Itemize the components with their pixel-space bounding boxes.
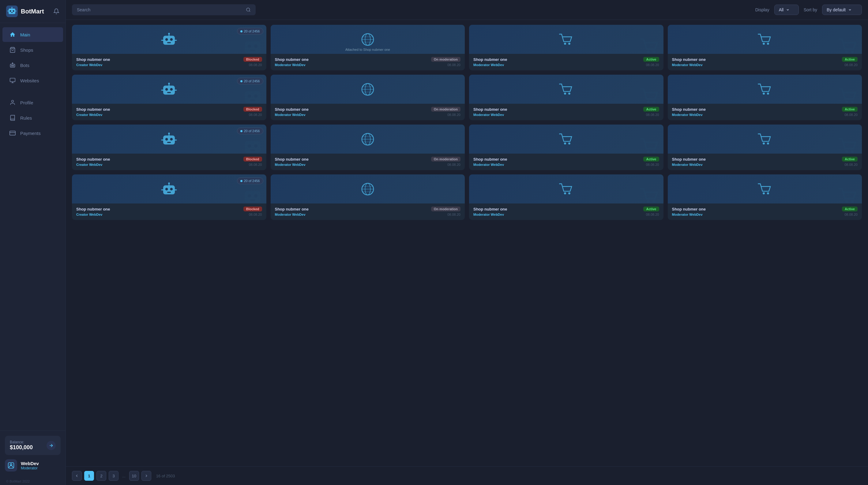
- card-info: Shop nubmer one Active Moderator WebDev …: [469, 104, 663, 120]
- svg-point-121: [763, 192, 765, 194]
- svg-point-110: [254, 194, 257, 198]
- bot-icon: [161, 181, 177, 197]
- page-btn-1[interactable]: 1: [84, 471, 94, 481]
- sidebar-item-rules[interactable]: Rules: [2, 110, 63, 125]
- sidebar-item-shops-label: Shops: [20, 47, 33, 53]
- card-date: 08.08.20: [844, 63, 858, 67]
- logo-area: BotMart: [0, 0, 65, 23]
- sort-select[interactable]: By default: [822, 5, 862, 15]
- svg-point-68: [568, 92, 570, 95]
- svg-point-12: [13, 65, 14, 66]
- card-date: 08.08.20: [249, 213, 262, 216]
- svg-point-93: [568, 142, 570, 144]
- sidebar-item-payments[interactable]: Payments: [2, 126, 63, 140]
- card-title: Shop nubmer one: [275, 157, 309, 162]
- svg-point-43: [568, 42, 570, 45]
- sidebar-item-rules-label: Rules: [20, 116, 32, 121]
- svg-point-55: [168, 83, 170, 84]
- card-title-row: Shop nubmer one Active: [473, 107, 659, 112]
- svg-point-6: [12, 7, 12, 8]
- badge-text: 20 of 2456: [244, 129, 260, 133]
- card-8[interactable]: Shop nubmer one Active Moderator WebDev …: [668, 75, 862, 120]
- card-creator: Moderator WebDev: [672, 163, 703, 166]
- card-image: Attached to Shop nubmer one: [271, 25, 465, 54]
- sidebar-item-profile[interactable]: Profile: [2, 95, 63, 110]
- search-input[interactable]: [77, 7, 243, 12]
- display-select[interactable]: All: [774, 5, 799, 15]
- svg-point-118: [568, 192, 570, 194]
- card-info: Shop nubmer one Active Moderator WebDev …: [469, 54, 663, 70]
- card-date: 08.08.20: [844, 113, 858, 117]
- svg-point-51: [165, 88, 168, 91]
- rules-icon: [9, 115, 16, 121]
- pagination-next[interactable]: [142, 471, 151, 481]
- card-11[interactable]: Shop nubmer one Active Moderator WebDev …: [469, 125, 663, 170]
- card-1[interactable]: 20 of 2456 Shop nubmer one Blocked Creat…: [72, 25, 267, 70]
- card-creator: Moderator WebDev: [275, 113, 306, 117]
- svg-rect-61: [250, 100, 255, 101]
- creator-name: WebDev: [689, 113, 702, 117]
- card-title: Shop nubmer one: [76, 107, 110, 112]
- sidebar-item-websites[interactable]: Websites: [2, 73, 63, 88]
- creator-name: WebDev: [89, 163, 102, 166]
- svg-point-17: [12, 100, 14, 102]
- card-10[interactable]: Shop nubmer one On moderation Moderator …: [271, 125, 465, 170]
- card-title: Shop nubmer one: [76, 57, 110, 62]
- card-15[interactable]: Shop nubmer one Active Moderator WebDev …: [469, 174, 663, 220]
- card-3[interactable]: Shop nubmer one Active Moderator WebDev …: [469, 25, 663, 70]
- pagination-prev[interactable]: [72, 471, 82, 481]
- app-name: BotMart: [21, 8, 44, 15]
- search-icon[interactable]: [246, 7, 251, 12]
- page-btn-10[interactable]: 10: [129, 471, 139, 481]
- balance-arrow-button[interactable]: [46, 441, 56, 450]
- card-info: Shop nubmer one On moderation Moderator …: [271, 54, 465, 70]
- card-title-row: Shop nubmer one Blocked: [76, 57, 262, 62]
- topbar: Display All Sort by By default: [66, 0, 868, 20]
- card-5[interactable]: 20 of 2456 Shop nubmer one Blocked Creat…: [72, 75, 267, 120]
- card-2[interactable]: Attached to Shop nubmer one Shop nubmer …: [271, 25, 465, 70]
- badge-dot: [240, 80, 243, 82]
- cart-icon: [558, 181, 574, 197]
- sidebar-item-bots[interactable]: Bots: [2, 58, 63, 72]
- svg-point-23: [246, 8, 250, 11]
- card-16[interactable]: Shop nubmer one Active Moderator WebDev …: [668, 174, 862, 220]
- card-14[interactable]: Shop nubmer one On moderation Moderator …: [271, 174, 465, 220]
- creator-type: Moderator: [275, 63, 291, 67]
- card-6[interactable]: Shop nubmer one On moderation Moderator …: [271, 75, 465, 120]
- sidebar-item-profile-label: Profile: [20, 100, 33, 105]
- card-info: Shop nubmer one Active Moderator WebDev …: [668, 154, 862, 170]
- notification-bell[interactable]: [53, 8, 59, 14]
- user-card: WebDev Moderator: [5, 459, 61, 472]
- bg-cart-icon: [639, 135, 660, 154]
- card-title-row: Shop nubmer one Active: [672, 107, 858, 112]
- card-date: 08.08.20: [844, 163, 858, 166]
- svg-rect-4: [11, 12, 13, 13]
- svg-point-3: [13, 10, 14, 12]
- card-12[interactable]: Shop nubmer one Active Moderator WebDev …: [668, 125, 862, 170]
- pagination: 1 2 3 ... 10 16 of 2503: [66, 466, 868, 485]
- display-value: All: [779, 7, 784, 12]
- profile-icon: [9, 99, 16, 106]
- svg-rect-83: [245, 141, 260, 153]
- status-badge: On moderation: [431, 157, 461, 162]
- bg-bot-icon: [242, 35, 263, 54]
- svg-line-24: [249, 11, 250, 12]
- bot-icon: [161, 32, 177, 47]
- card-9[interactable]: 20 of 2456 Shop nubmer one Blocked Creat…: [72, 125, 267, 170]
- card-meta: Creator WebDev 08.08.20: [76, 213, 262, 216]
- page-btn-3[interactable]: 3: [109, 471, 119, 481]
- card-title-row: Shop nubmer one On moderation: [275, 157, 461, 162]
- page-btn-2[interactable]: 2: [96, 471, 106, 481]
- sidebar-item-main[interactable]: Main: [2, 27, 63, 42]
- card-4[interactable]: Shop nubmer one Active Moderator WebDev …: [668, 25, 862, 70]
- card-info: Shop nubmer one Blocked Creator WebDev 0…: [72, 54, 267, 70]
- status-badge: Active: [643, 206, 659, 212]
- creator-type: Moderator: [672, 63, 689, 67]
- sidebar-item-shops[interactable]: Shops: [2, 42, 63, 57]
- card-image: [469, 75, 663, 104]
- card-title-row: Shop nubmer one On moderation: [275, 206, 461, 212]
- card-13[interactable]: 20 of 2456 Shop nubmer one Blocked Creat…: [72, 174, 267, 220]
- user-role: Moderator: [21, 466, 39, 470]
- card-7[interactable]: Shop nubmer one Active Moderator WebDev …: [469, 75, 663, 120]
- card-info: Shop nubmer one Active Moderator WebDev …: [469, 203, 663, 220]
